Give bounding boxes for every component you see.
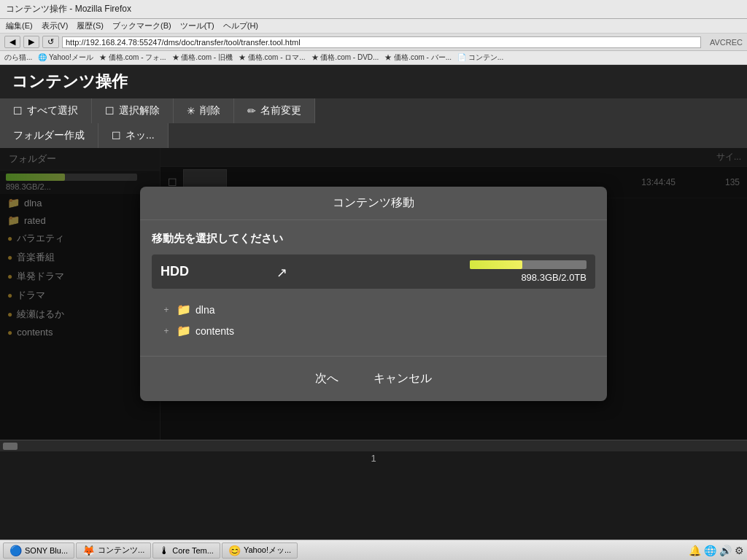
- tree-label-contents: contents: [196, 325, 234, 337]
- page-number-bar: 1: [0, 451, 747, 465]
- next-button[interactable]: 次へ: [306, 368, 347, 389]
- taskbar-tray: 🔔 🌐 🔊 ⚙: [689, 545, 744, 556]
- hdd-bar: [470, 260, 587, 269]
- bookmark-contents[interactable]: 📄 コンテン...: [457, 52, 503, 63]
- menu-tools[interactable]: ツール(T): [180, 20, 214, 31]
- taskbar-contents[interactable]: 🦊 コンテンツ...: [76, 542, 151, 559]
- yahoo-icon: 😊: [228, 545, 241, 556]
- select-all-button[interactable]: ☐ すべて選択: [0, 98, 92, 123]
- scroll-area: [0, 440, 747, 451]
- browser-title: コンテンツ操作 - Mozilla Firefox: [6, 3, 131, 15]
- bookmark-yahoo-mail[interactable]: 🌐 Yahoo!メール: [38, 52, 93, 63]
- app-toolbar: ☐ すべて選択 ☐ 選択解除 ✳ 削除 ✏ 名前変更: [0, 98, 747, 123]
- hdd-label: HDD: [160, 264, 189, 279]
- dialog-title: コンテンツ移動: [140, 187, 607, 220]
- deselect-button[interactable]: ☐ 選択解除: [92, 98, 174, 123]
- delete-icon: ✳: [187, 105, 196, 117]
- pencil-icon: ✏: [247, 105, 256, 117]
- menu-help[interactable]: ヘルプ(H): [223, 20, 258, 31]
- browser-toolbar: ◀ ▶ ↺ AVCREC: [0, 34, 747, 51]
- dialog-footer: 次へ キャンセル: [140, 356, 607, 401]
- tree-item-contents[interactable]: + 📁 contents: [158, 320, 589, 341]
- app-toolbar-2: フォルダー作成 ☐ ネッ...: [0, 123, 747, 148]
- firefox-icon: 🦊: [82, 545, 95, 556]
- bookmark-kakaku3[interactable]: ★ 価格.com - ロマ...: [239, 52, 306, 63]
- tray-icon-2: 🌐: [704, 545, 716, 556]
- page-title: コンテンツ操作: [12, 72, 128, 90]
- page-number: 1: [371, 453, 376, 464]
- taskbar-sony-label: SONY Blu...: [25, 546, 68, 555]
- create-folder-button[interactable]: フォルダー作成: [0, 123, 98, 148]
- hdd-storage-right: 898.3GB/2.0TB: [470, 260, 587, 283]
- taskbar-yahoo[interactable]: 😊 Yahoo!メッ...: [222, 542, 298, 559]
- network-button[interactable]: ☐ ネッ...: [98, 123, 169, 148]
- taskbar-sony[interactable]: 🔵 SONY Blu...: [3, 542, 74, 559]
- folder-tree: + 📁 dlna + 📁 contents: [152, 296, 595, 344]
- browser-menubar: const menuData = JSON.parse(document.get…: [0, 19, 747, 34]
- menu-bookmarks[interactable]: ブックマーク(B): [112, 20, 171, 31]
- page-header: コンテンツ操作: [0, 65, 747, 98]
- browser-titlebar: コンテンツ操作 - Mozilla Firefox: [0, 0, 747, 19]
- bookmarks-bar: のら猫... 🌐 Yahoo!メール ★ 価格.com - フォ... ★ 価格…: [0, 51, 747, 65]
- reload-button[interactable]: ↺: [42, 36, 59, 48]
- hdd-storage-label: 898.3GB/2.0TB: [521, 272, 587, 283]
- tray-icon-1: 🔔: [689, 545, 701, 556]
- back-button[interactable]: ◀: [4, 36, 20, 48]
- menu-edit[interactable]: 編集(E): [6, 20, 33, 31]
- tray-icon-3: 🔊: [719, 545, 732, 556]
- dialog-body: 移動先を選択してください HDD ↖ 898.: [140, 220, 607, 356]
- dialog-overlay: コンテンツ移動 移動先を選択してください HDD ↖: [0, 148, 747, 440]
- bookmark-kakaku2[interactable]: ★ 価格.com - 旧機: [172, 52, 233, 63]
- tree-label-dlna: dlna: [196, 304, 214, 316]
- folder-icon-dlna: 📁: [177, 303, 191, 316]
- taskbar: 🔵 SONY Blu... 🦊 コンテンツ... 🌡 Core Tem... 😊…: [0, 540, 747, 560]
- bookmark-kakaku5[interactable]: ★ 価格.com - バー...: [384, 52, 452, 63]
- scroll-thumb[interactable]: [3, 443, 18, 450]
- dialog-instruction: 移動先を選択してください: [152, 232, 595, 246]
- taskbar-yahoo-label: Yahoo!メッ...: [244, 545, 291, 556]
- taskbar-coretemp-label: Core Tem...: [172, 546, 214, 555]
- coretemp-icon: 🌡: [159, 545, 169, 556]
- content-area: フォルダー 898.3GB/2... 📁 dlna 📁 rated ● バラエテ…: [0, 148, 747, 440]
- taskbar-contents-label: コンテンツ...: [98, 545, 144, 556]
- checkbox-icon: ☐: [13, 105, 23, 117]
- tray-icon-4: ⚙: [735, 545, 744, 556]
- menu-history[interactable]: 履歴(S): [77, 20, 104, 31]
- url-bar[interactable]: [62, 36, 701, 48]
- hdd-row[interactable]: HDD ↖ 898.3GB/2.0TB: [152, 254, 595, 289]
- avcrec-label: AVCREC: [710, 38, 743, 47]
- checkbox-icon-2: ☐: [112, 130, 121, 141]
- forward-button[interactable]: ▶: [23, 36, 39, 48]
- cancel-button[interactable]: キャンセル: [365, 368, 441, 389]
- taskbar-coretemp[interactable]: 🌡 Core Tem...: [152, 542, 220, 559]
- tree-item-dlna[interactable]: + 📁 dlna: [158, 299, 589, 320]
- expand-icon-dlna: +: [160, 305, 172, 315]
- bookmark-nora[interactable]: のら猫...: [4, 52, 32, 63]
- hdd-bar-fill: [470, 260, 522, 269]
- rename-button[interactable]: ✏ 名前変更: [234, 98, 315, 123]
- bookmark-kakaku1[interactable]: ★ 価格.com - フォ...: [99, 52, 166, 63]
- cursor-indicator: ↖: [276, 265, 287, 281]
- bookmark-kakaku4[interactable]: ★ 価格.com - DVD...: [311, 52, 379, 63]
- menu-view[interactable]: 表示(V): [42, 20, 69, 31]
- dialog: コンテンツ移動 移動先を選択してください HDD ↖: [140, 187, 607, 401]
- delete-button[interactable]: ✳ 削除: [174, 98, 234, 123]
- folder-icon-contents: 📁: [177, 324, 191, 338]
- deselect-icon: ☐: [105, 105, 115, 117]
- expand-icon-contents: +: [160, 326, 172, 336]
- sony-icon: 🔵: [9, 545, 22, 556]
